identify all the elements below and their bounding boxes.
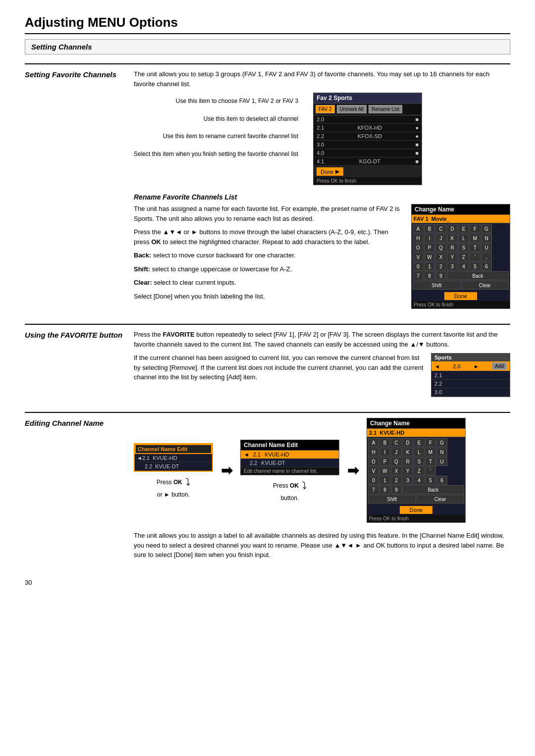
key-7[interactable]: 7 <box>413 271 424 280</box>
key-1[interactable]: 1 <box>424 262 435 271</box>
key-X[interactable]: X <box>435 252 446 261</box>
key-O[interactable]: O <box>413 243 424 252</box>
cn2-key-5[interactable]: 5 <box>425 476 436 485</box>
press-label-1: Press OK <box>157 479 182 486</box>
key-V[interactable]: V <box>413 252 424 261</box>
cn2-key-apos[interactable]: ' <box>425 466 436 475</box>
key-shift[interactable]: Shift <box>413 281 461 290</box>
key-6[interactable]: 6 <box>481 262 492 271</box>
key-P[interactable]: P <box>424 243 435 252</box>
cn2-key-6[interactable]: 6 <box>436 476 447 485</box>
cn2-key-A[interactable]: A <box>368 438 379 447</box>
cn2-key-S[interactable]: S <box>414 457 425 466</box>
cn2-key-Z[interactable]: Z <box>414 466 425 475</box>
key-back[interactable]: Back <box>447 271 509 280</box>
key-0[interactable]: 0 <box>413 262 424 271</box>
key-G[interactable]: G <box>481 224 492 233</box>
cn2-key-N[interactable]: N <box>436 448 447 456</box>
key-W[interactable]: W <box>424 252 435 261</box>
rename-list-button[interactable]: Rename List <box>369 105 402 113</box>
cn2-key-7[interactable]: 7 <box>368 485 379 494</box>
cn2-key-U[interactable]: U <box>436 457 447 466</box>
cn2-key-V[interactable]: V <box>368 466 379 475</box>
sw-add-button[interactable]: Add <box>492 362 507 370</box>
key-R[interactable]: R <box>447 243 458 252</box>
key-E[interactable]: E <box>458 224 469 233</box>
cn2-key-1[interactable]: 1 <box>379 476 390 485</box>
cn-fav-value: Movie_ <box>431 216 450 222</box>
cn2-key-back[interactable]: Back <box>402 485 464 494</box>
fav-done-button[interactable]: Done ▶ <box>317 167 343 176</box>
key-apos[interactable]: ' <box>470 252 481 261</box>
cn2-key-L[interactable]: L <box>414 448 425 456</box>
key-4[interactable]: 4 <box>458 262 469 271</box>
cn2-key-M[interactable]: M <box>425 448 436 456</box>
cn2-key-C[interactable]: C <box>391 438 402 447</box>
cn2-key-W[interactable]: W <box>379 466 390 475</box>
unmark-all-button[interactable]: Unmark All <box>337 105 367 113</box>
cn2-key-8[interactable]: 8 <box>379 485 390 494</box>
rename-text: The unit has assigned a name for each fa… <box>134 204 401 305</box>
cn2-key-F[interactable]: F <box>425 438 436 447</box>
fav2-button[interactable]: FAV 2 <box>316 105 335 113</box>
cn2-key-K[interactable]: K <box>402 448 413 456</box>
cn2-key-R[interactable]: R <box>402 457 413 466</box>
cn2-key-E[interactable]: E <box>414 438 425 447</box>
key-F[interactable]: F <box>470 224 481 233</box>
key-B[interactable]: B <box>424 224 435 233</box>
cn2-done-row: Done <box>367 505 465 515</box>
key-S[interactable]: S <box>458 243 469 252</box>
key-C[interactable]: C <box>435 224 446 233</box>
cn2-key-Y[interactable]: Y <box>402 466 413 475</box>
key-U[interactable]: U <box>481 243 492 252</box>
cn2-done-button[interactable]: Done <box>400 506 432 514</box>
key-I[interactable]: I <box>424 234 435 243</box>
key-D[interactable]: D <box>447 224 458 233</box>
key-K[interactable]: K <box>447 234 458 243</box>
fav-footer: Press OK to finish <box>314 177 422 185</box>
key-9[interactable]: 9 <box>435 271 446 280</box>
key-N[interactable]: N <box>481 234 492 243</box>
editing-channel-label: Editing Channel Name <box>25 418 124 564</box>
cn2-key-3[interactable]: 3 <box>402 476 413 485</box>
cn2-key-2[interactable]: 2 <box>391 476 402 485</box>
cn-done-button[interactable]: Done <box>444 292 477 300</box>
key-J[interactable]: J <box>435 234 446 243</box>
cn2-key-Q[interactable]: Q <box>391 457 402 466</box>
key-H[interactable]: H <box>413 234 424 243</box>
using-favorite-para1: Press the FAVORITE button repeatedly to … <box>134 330 510 349</box>
cn2-key-D[interactable]: D <box>402 438 413 447</box>
cn2-key-0[interactable]: 0 <box>368 476 379 485</box>
cn2-key-P[interactable]: P <box>379 457 390 466</box>
key-2[interactable]: 2 <box>435 262 446 271</box>
key-A[interactable]: A <box>413 224 424 233</box>
key-clear[interactable]: Clear <box>461 281 509 290</box>
key-5[interactable]: 5 <box>470 262 481 271</box>
cn2-key-J[interactable]: J <box>391 448 402 456</box>
cn2-key-I[interactable]: I <box>379 448 390 456</box>
key-3[interactable]: 3 <box>447 262 458 271</box>
cn2-key-B[interactable]: B <box>379 438 390 447</box>
key-Y[interactable]: Y <box>447 252 458 261</box>
key-T[interactable]: T <box>470 243 481 252</box>
cn2-key-O[interactable]: O <box>368 457 379 466</box>
cn2-key-9[interactable]: 9 <box>391 485 402 494</box>
sw-channel-30: 3.0 <box>434 389 442 395</box>
key-Q[interactable]: Q <box>435 243 446 252</box>
cn2-key-T[interactable]: T <box>425 457 436 466</box>
cne-footer: Edit channel name in channel list. <box>241 467 339 475</box>
key-comma[interactable]: , <box>481 252 492 261</box>
cn2-key-G[interactable]: G <box>436 438 447 447</box>
cn2-key-4[interactable]: 4 <box>414 476 425 485</box>
key-M[interactable]: M <box>470 234 481 243</box>
cn2-key-clear[interactable]: Clear <box>417 495 465 504</box>
cn-key-row-4: V W X Y Z ' , <box>413 252 509 261</box>
key-L[interactable]: L <box>458 234 469 243</box>
cn2-key-X[interactable]: X <box>391 466 402 475</box>
key-Z[interactable]: Z <box>458 252 469 261</box>
cn2-key-H[interactable]: H <box>368 448 379 456</box>
cn-fav-row-2: 2.1 KVUE-HD <box>367 429 465 437</box>
cn2-key-shift[interactable]: Shift <box>368 495 416 504</box>
key-8[interactable]: 8 <box>424 271 435 280</box>
using-favorite-section: Using the FAVORITE button Press the FAVO… <box>25 324 510 397</box>
